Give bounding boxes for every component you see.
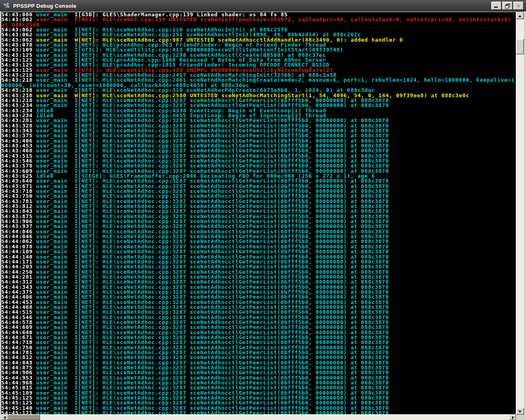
arrow-down-icon <box>518 411 522 413</box>
log-line: 54:43:062 user_main E[NET]: HLE\sceNet.c… <box>1 17 516 27</box>
arrow-right-icon <box>512 416 514 419</box>
titlebar[interactable]: PPSSPP Debug Console ✕ <box>0 0 526 11</box>
arrow-up-icon <box>518 15 522 17</box>
vertical-scrollbar[interactable] <box>516 12 524 415</box>
vertical-scroll-thumb[interactable] <box>516 39 524 54</box>
restore-icon <box>505 4 510 8</box>
horizontal-scrollbar[interactable] <box>1 414 516 420</box>
log-line: 54:43:218 user_main I[NET]: HLE\sceNetAd… <box>1 78 516 88</box>
debug-console-window: PPSSPP Debug Console ✕ 54:43:000 user_ma… <box>0 0 526 420</box>
scroll-left-button[interactable] <box>1 415 8 420</box>
arrow-left-icon <box>4 416 6 419</box>
close-icon: ✕ <box>514 2 523 9</box>
window-title: PPSSPP Debug Console <box>13 3 76 9</box>
scroll-down-button[interactable] <box>516 408 524 415</box>
scroll-up-button[interactable] <box>516 12 524 19</box>
minimize-button[interactable] <box>491 2 501 10</box>
restore-button[interactable] <box>502 2 513 10</box>
close-button[interactable]: ✕ <box>513 2 524 10</box>
scrollbar-corner <box>516 415 524 420</box>
minimize-icon <box>494 7 498 8</box>
window-frame-right <box>524 11 526 420</box>
console-output: 54:43:000 user_main I[G3D]: GLES\ShaderM… <box>1 12 516 415</box>
horizontal-scroll-thumb[interactable] <box>8 415 40 420</box>
window-controls: ✕ <box>491 2 524 10</box>
scroll-right-button[interactable] <box>509 415 516 420</box>
ppsspp-logo-icon <box>3 2 10 9</box>
